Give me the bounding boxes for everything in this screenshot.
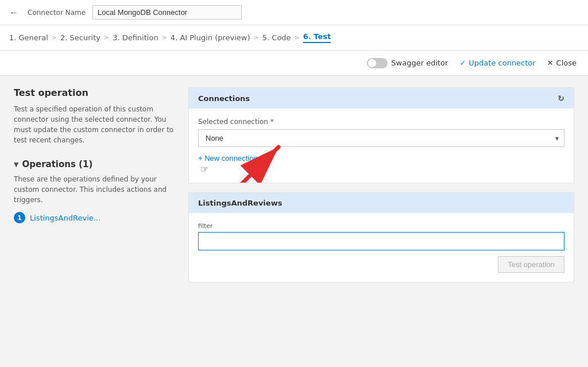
update-connector-button[interactable]: ✓ Update connector bbox=[459, 59, 535, 67]
connections-title: Connections bbox=[198, 94, 250, 103]
swagger-editor-label: Swagger editor bbox=[391, 59, 448, 67]
breadcrumb-bar: 1. General > 2. Security > 3. Definition… bbox=[0, 25, 588, 51]
swagger-editor-toggle[interactable]: Swagger editor bbox=[367, 58, 448, 68]
operations-title: Operations (1) bbox=[22, 159, 92, 169]
operations-section: ▼ Operations (1) These are the operation… bbox=[14, 159, 175, 223]
close-label: Close bbox=[556, 59, 577, 67]
sep-5: > bbox=[295, 34, 300, 41]
new-connection-button[interactable]: + New connection bbox=[198, 154, 258, 163]
operation-badge: 1 bbox=[14, 212, 25, 223]
breadcrumb-general[interactable]: 1. General bbox=[9, 33, 48, 42]
operations-card-title: ListingsAndReviews bbox=[198, 199, 282, 207]
refresh-icon[interactable]: ↻ bbox=[558, 94, 564, 103]
main-content: Test operation Test a specified operatio… bbox=[0, 76, 588, 367]
operations-card: ListingsAndReviews filter Test operation bbox=[188, 192, 574, 283]
test-operation-desc: Test a specified operation of this custo… bbox=[14, 104, 175, 145]
connections-card: Connections ↻ Selected connection * None… bbox=[188, 87, 574, 183]
operations-card-body: filter Test operation bbox=[189, 213, 574, 282]
left-panel: Test operation Test a specified operatio… bbox=[14, 87, 175, 356]
top-bar: ← Connector Name bbox=[0, 0, 588, 25]
back-button[interactable]: ← bbox=[7, 5, 21, 20]
sep-3: > bbox=[162, 34, 167, 41]
connection-select[interactable]: None bbox=[198, 129, 564, 147]
close-icon: ✕ bbox=[547, 59, 554, 67]
sep-2: > bbox=[104, 34, 109, 41]
filter-input[interactable] bbox=[198, 232, 564, 250]
chevron-down-icon[interactable]: ▼ bbox=[14, 161, 18, 168]
breadcrumb-code[interactable]: 5. Code bbox=[262, 33, 291, 42]
cursor-hand-icon: ☞ bbox=[200, 164, 208, 175]
test-operation-title: Test operation bbox=[14, 87, 175, 98]
back-arrow-icon: ← bbox=[9, 7, 18, 18]
operation-name[interactable]: ListingsAndRevie... bbox=[30, 214, 100, 222]
breadcrumb-definition[interactable]: 3. Definition bbox=[113, 33, 158, 42]
connections-card-header: Connections ↻ bbox=[189, 88, 574, 109]
operations-desc: These are the operations defined by your… bbox=[14, 174, 175, 205]
right-panel: Connections ↻ Selected connection * None… bbox=[188, 87, 574, 356]
swagger-toggle-switch[interactable] bbox=[367, 58, 388, 68]
connection-select-wrapper: None ▾ bbox=[198, 129, 564, 147]
test-operation-button[interactable]: Test operation bbox=[498, 256, 564, 273]
new-connection-label: + New connection bbox=[198, 154, 258, 163]
breadcrumb-security[interactable]: 2. Security bbox=[60, 33, 100, 42]
operation-item[interactable]: 1 ListingsAndRevie... bbox=[14, 212, 175, 223]
connections-card-body: Selected connection * None ▾ + New conne… bbox=[189, 109, 574, 183]
operations-card-header: ListingsAndReviews bbox=[189, 193, 574, 213]
close-button[interactable]: ✕ Close bbox=[547, 59, 577, 67]
selected-connection-label: Selected connection * bbox=[198, 118, 564, 126]
breadcrumb-test[interactable]: 6. Test bbox=[303, 32, 331, 43]
connector-name-label: Connector Name bbox=[28, 9, 86, 17]
test-operation-btn-wrapper: Test operation bbox=[198, 256, 564, 273]
operations-header: ▼ Operations (1) bbox=[14, 159, 175, 169]
connector-name-input[interactable] bbox=[92, 5, 242, 20]
sep-1: > bbox=[52, 34, 57, 41]
test-operation-section: Test operation Test a specified operatio… bbox=[14, 87, 175, 145]
update-connector-label: Update connector bbox=[469, 59, 535, 67]
breadcrumb-ai-plugin[interactable]: 4. AI Plugin (preview) bbox=[171, 33, 250, 42]
filter-label: filter bbox=[198, 222, 564, 230]
check-icon: ✓ bbox=[459, 59, 466, 67]
sep-4: > bbox=[254, 34, 259, 41]
toolbar: Swagger editor ✓ Update connector ✕ Clos… bbox=[0, 51, 588, 76]
